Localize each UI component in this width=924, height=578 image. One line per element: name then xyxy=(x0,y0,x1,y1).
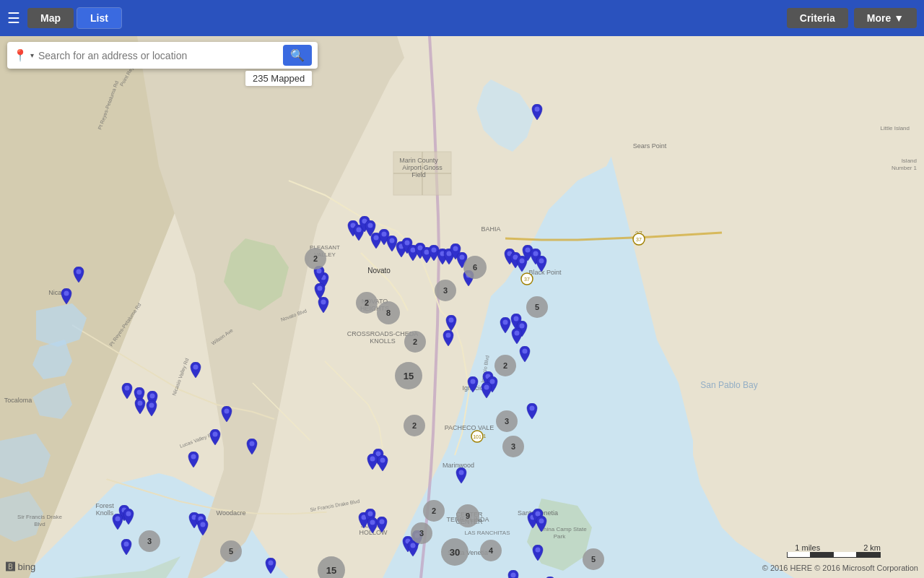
svg-text:PACHECO VALE: PACHECO VALE xyxy=(445,424,494,431)
svg-text:BAHIA: BAHIA xyxy=(481,225,500,233)
scale-label-1: 1 miles xyxy=(795,543,820,552)
search-button[interactable]: 🔍 xyxy=(283,45,312,66)
svg-text:Sears Point: Sears Point xyxy=(633,142,667,150)
svg-text:37: 37 xyxy=(524,277,530,282)
map-tab[interactable]: Map xyxy=(27,8,74,28)
copyright-text: © 2016 HERE © 2016 Microsoft Corporation xyxy=(762,564,918,572)
svg-text:Tocaloma: Tocaloma xyxy=(4,397,32,404)
svg-text:Santa Venetia: Santa Venetia xyxy=(518,509,558,517)
svg-text:Little Island: Little Island xyxy=(881,125,910,131)
search-input[interactable] xyxy=(38,50,283,61)
svg-text:Novato: Novato xyxy=(367,267,391,275)
svg-text:Marinwood: Marinwood xyxy=(443,462,474,469)
header: ☰ Map List Criteria More ▼ xyxy=(0,0,924,36)
map-container[interactable]: Marin County Airport-Gnoss Field Novato … xyxy=(0,36,924,578)
svg-text:SLEEPY: SLEEPY xyxy=(360,522,385,529)
svg-text:VALLEY: VALLEY xyxy=(314,251,336,258)
svg-text:HOLLOW: HOLLOW xyxy=(359,529,388,536)
svg-text:PLEASANT: PLEASANT xyxy=(310,244,340,251)
svg-text:Blvd: Blvd xyxy=(34,521,45,527)
svg-text:NOVATO: NOVATO xyxy=(362,298,388,305)
more-button[interactable]: More ▼ xyxy=(854,8,917,28)
search-bar: 📍 ▾ 🔍 xyxy=(7,42,318,69)
svg-text:Field: Field xyxy=(411,171,426,178)
criteria-button[interactable]: Criteria xyxy=(787,8,848,28)
svg-text:CENTER: CENTER xyxy=(456,511,483,518)
svg-text:Woodacre: Woodacre xyxy=(217,509,246,517)
scale-bar: 1 miles 2 km xyxy=(787,543,881,558)
svg-text:LAS RANCHITAS: LAS RANCHITAS xyxy=(465,530,510,536)
svg-text:Number 1: Number 1 xyxy=(892,165,918,171)
location-icon: 📍 xyxy=(13,48,27,62)
svg-text:Ignacio: Ignacio xyxy=(462,384,483,392)
svg-text:Knolls: Knolls xyxy=(96,509,114,517)
svg-text:Black Point: Black Point xyxy=(528,269,562,276)
scale-label-2: 2 km xyxy=(863,543,881,552)
svg-text:101: 101 xyxy=(473,434,481,439)
svg-text:Nicasio: Nicasio xyxy=(48,289,70,296)
bing-logo: 🅱 bing xyxy=(6,561,35,572)
svg-text:Marin County: Marin County xyxy=(399,157,438,164)
menu-icon[interactable]: ☰ xyxy=(7,9,20,27)
list-tab[interactable]: List xyxy=(77,7,122,29)
svg-text:Airport-Gnoss: Airport-Gnoss xyxy=(402,164,443,171)
svg-text:HEIGHTS: HEIGHTS xyxy=(360,305,389,312)
svg-text:China Camp State: China Camp State xyxy=(539,526,587,532)
svg-text:KNOLLS: KNOLLS xyxy=(370,337,396,345)
svg-text:Forest: Forest xyxy=(95,502,114,509)
svg-text:Sir Francis Drake: Sir Francis Drake xyxy=(17,514,62,520)
svg-text:CENTER: CENTER xyxy=(456,518,483,525)
svg-text:Park: Park xyxy=(554,533,566,540)
location-dropdown[interactable]: ▾ xyxy=(30,51,34,59)
svg-text:Santa Venetia: Santa Venetia xyxy=(448,549,488,556)
mapped-label: 235 Mapped xyxy=(245,71,312,86)
svg-text:Island: Island xyxy=(902,158,917,164)
svg-text:CROSSROADS-CHEDA: CROSSROADS-CHEDA xyxy=(347,330,419,337)
svg-text:37: 37 xyxy=(636,237,642,242)
svg-text:San Pablo Bay: San Pablo Bay xyxy=(700,380,757,390)
